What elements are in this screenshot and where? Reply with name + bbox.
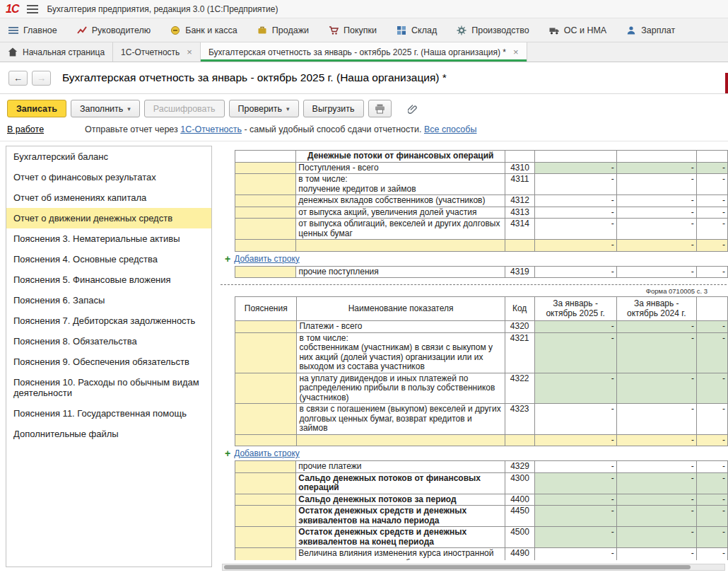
sidebar-item[interactable]: Отчет о движении денежных средств xyxy=(6,208,211,228)
value-cell-2024[interactable]: - xyxy=(616,506,696,527)
code-cell[interactable] xyxy=(505,240,535,252)
indicator-name-cell[interactable]: Величина влияния изменения курса иностра… xyxy=(296,548,505,561)
explanation-cell[interactable] xyxy=(235,174,296,195)
explanation-cell[interactable] xyxy=(235,506,296,527)
indicator-name-cell[interactable] xyxy=(297,434,505,446)
value-cell-2024[interactable]: - xyxy=(616,240,696,252)
explanation-cell[interactable] xyxy=(235,266,296,278)
value-cell-cut[interactable]: - xyxy=(696,332,727,373)
tab-buh-otchetnost[interactable]: Бухгалтерская отчетность за январь - окт… xyxy=(201,42,527,62)
check-button[interactable]: Проверить ▾ xyxy=(229,100,299,117)
value-cell-2024[interactable]: - xyxy=(616,527,696,548)
explanation-cell[interactable] xyxy=(235,321,297,333)
value-cell-2024[interactable]: - xyxy=(616,404,696,435)
value-cell-2024[interactable]: - xyxy=(616,472,696,494)
indicator-name-cell[interactable]: Сальдо денежных потоков от финансовых оп… xyxy=(296,472,505,494)
indicator-name-cell[interactable]: Сальдо денежных потоков за период xyxy=(296,494,505,506)
code-cell[interactable]: 4329 xyxy=(505,461,535,473)
code-cell[interactable]: 4312 xyxy=(505,195,535,207)
explanation-cell[interactable] xyxy=(235,373,297,404)
explanation-cell[interactable] xyxy=(235,527,296,548)
code-cell[interactable]: 4311 xyxy=(505,174,535,195)
sidebar-item[interactable]: Отчет об изменениях капитала xyxy=(6,187,211,208)
code-cell[interactable]: 4320 xyxy=(505,321,534,333)
sidebar-item[interactable]: Пояснения 3. Нематериальные активы xyxy=(6,228,211,249)
value-cell-cut[interactable]: - xyxy=(696,162,727,174)
close-tab-icon[interactable]: × xyxy=(187,47,192,57)
explanation-cell[interactable] xyxy=(235,472,296,494)
code-cell[interactable] xyxy=(505,434,534,446)
value-cell-2024[interactable]: - xyxy=(616,266,696,278)
value-cell-2024[interactable]: - xyxy=(616,494,696,506)
value-cell-2024[interactable]: - xyxy=(616,174,696,195)
value-cell-cut[interactable]: - xyxy=(696,266,727,278)
value-cell-cut[interactable]: - xyxy=(696,461,727,473)
value-cell-2024[interactable]: - xyxy=(616,548,696,561)
add-row-link[interactable]: Добавить строку xyxy=(234,254,300,264)
value-cell-cut[interactable]: - xyxy=(696,321,727,333)
menu-item-prodazhi[interactable]: Продажи xyxy=(257,25,309,35)
menu-item-os-i-nma[interactable]: ОС и НМА xyxy=(549,25,606,35)
code-cell[interactable]: 4500 xyxy=(505,527,535,548)
value-cell-cut[interactable]: - xyxy=(696,494,727,506)
value-cell-cut[interactable]: - xyxy=(696,174,727,195)
value-cell-cut[interactable]: - xyxy=(696,195,727,207)
sidebar-item[interactable]: Пояснения 6. Запасы xyxy=(6,290,211,310)
service-link[interactable]: 1С-Отчетность xyxy=(180,124,242,134)
report-status-link[interactable]: В работе xyxy=(7,124,85,134)
export-button[interactable]: Выгрузить xyxy=(303,100,364,117)
value-cell-2025[interactable]: - xyxy=(534,404,616,435)
sidebar-item[interactable]: Дополнительные файлы xyxy=(6,424,211,444)
explanation-cell[interactable] xyxy=(235,494,296,506)
code-cell[interactable]: 4314 xyxy=(505,219,535,240)
indicator-name-cell[interactable]: Остаток денежных средств и денежных экви… xyxy=(296,506,505,527)
explanation-cell[interactable] xyxy=(235,151,296,163)
value-cell-2025[interactable]: - xyxy=(534,506,616,527)
code-cell[interactable]: 4322 xyxy=(505,373,534,404)
code-cell[interactable]: 4310 xyxy=(505,162,535,174)
indicator-name-cell[interactable]: в связи с погашением (выкупом) векселей … xyxy=(297,404,505,435)
indicator-name-cell[interactable]: на уплату дивидендов и иных платежей по … xyxy=(297,373,505,404)
value-cell-2024[interactable]: - xyxy=(616,373,696,404)
main-menu-icon[interactable] xyxy=(27,4,38,14)
explanation-cell[interactable] xyxy=(235,548,296,561)
value-cell-cut[interactable] xyxy=(696,151,727,163)
indicator-name-cell[interactable]: в том числе: получение кредитов и займов xyxy=(296,174,505,195)
value-cell-2025[interactable]: - xyxy=(534,527,616,548)
value-cell-2024[interactable]: - xyxy=(616,207,696,219)
value-cell-2025[interactable]: - xyxy=(534,219,616,240)
value-cell-2024[interactable]: - xyxy=(616,321,696,333)
scrollbar-thumb[interactable] xyxy=(224,565,691,569)
code-cell[interactable]: 4313 xyxy=(505,207,535,219)
explanation-cell[interactable] xyxy=(235,219,296,240)
explanation-cell[interactable] xyxy=(235,404,297,435)
value-cell-2025[interactable]: - xyxy=(534,494,616,506)
code-cell[interactable]: 4400 xyxy=(505,494,535,506)
indicator-name-cell[interactable]: Платежи - всего xyxy=(297,321,505,333)
explanation-cell[interactable] xyxy=(235,162,296,174)
menu-item-sklad[interactable]: Склад xyxy=(397,25,437,35)
indicator-name-cell[interactable]: Поступления - всего xyxy=(296,162,505,174)
value-cell-2025[interactable]: - xyxy=(534,461,616,473)
value-cell-2025[interactable]: - xyxy=(534,162,616,174)
indicator-name-cell[interactable]: прочие поступления xyxy=(296,266,505,278)
code-cell[interactable]: 4450 xyxy=(505,506,535,527)
value-cell-2025[interactable]: - xyxy=(534,195,616,207)
code-cell[interactable]: 4321 xyxy=(505,332,534,373)
value-cell-2025[interactable]: - xyxy=(534,434,616,446)
code-cell[interactable]: 4490 xyxy=(505,548,535,561)
sidebar-item[interactable]: Пояснения 11. Государственная помощь xyxy=(6,403,211,424)
attach-button[interactable] xyxy=(401,100,424,117)
horizontal-scrollbar[interactable] xyxy=(222,564,725,571)
value-cell-cut[interactable]: - xyxy=(696,207,727,219)
code-cell[interactable]: 4323 xyxy=(505,404,534,435)
value-cell-2024[interactable]: - xyxy=(616,434,696,446)
fill-button[interactable]: Заполнить ▾ xyxy=(71,100,140,117)
indicator-name-cell[interactable]: от выпуска акций, увеличения долей участ… xyxy=(296,207,505,219)
indicator-name-cell[interactable]: денежных вкладов собственников (участник… xyxy=(296,195,505,207)
menu-item-glavnoe[interactable]: Главное xyxy=(8,25,57,35)
menu-item-pokupki[interactable]: Покупки xyxy=(329,25,377,35)
value-cell-cut[interactable]: - xyxy=(696,404,727,435)
sidebar-item[interactable]: Отчет о финансовых результатах xyxy=(6,167,211,187)
value-cell-2025[interactable]: - xyxy=(534,266,616,278)
